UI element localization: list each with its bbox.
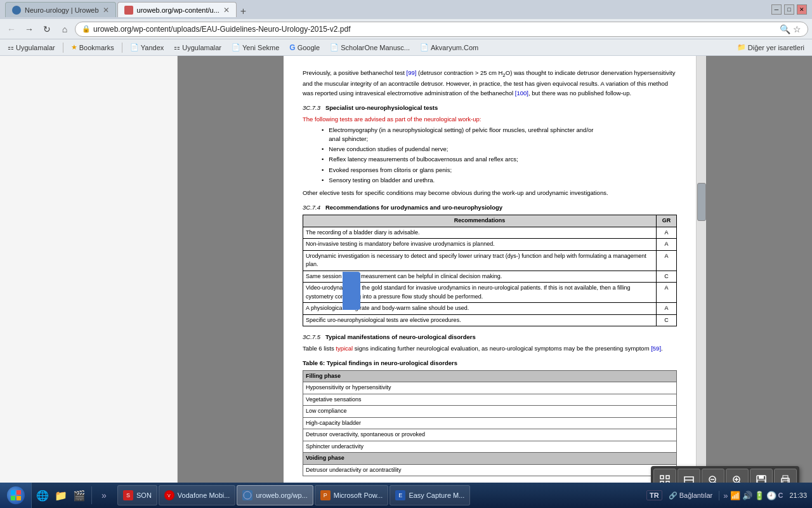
scrollbar-thumb[interactable]: [697, 183, 706, 221]
table6-cell-6: Sphincter underactivity: [303, 441, 677, 453]
new-tab-button[interactable]: +: [238, 6, 249, 17]
svg-rect-0: [660, 476, 664, 479]
svg-rect-23: [16, 496, 21, 500]
vodafone-icon: V: [164, 490, 174, 500]
home-button[interactable]: ⌂: [57, 22, 72, 37]
address-text: uroweb.org/wp-content/uploads/EAU-Guidel…: [93, 25, 777, 34]
tray-speaker-icon[interactable]: 🔊: [742, 491, 752, 500]
taskbar-media-icon[interactable]: 🎬: [71, 487, 88, 504]
table6-cell-5: Detrusor overactivity, spontaneous or pr…: [303, 429, 677, 441]
taskbar-ie-icon[interactable]: 🌐: [34, 487, 51, 504]
app-label-easycapture: Easy Capture M...: [409, 491, 464, 499]
tray-clock-icon[interactable]: 🕘: [766, 491, 776, 500]
bm-separator-2: [122, 43, 122, 53]
bookmark-akvaryum[interactable]: 📄 Akvaryum.Com: [416, 42, 482, 53]
col-header-gr: GR: [657, 215, 677, 227]
bookmark-more[interactable]: 📁 Diğer yer isaretleri: [733, 42, 808, 53]
folder-icon: 📁: [737, 43, 746, 51]
bookmark-scholarone[interactable]: 📄 ScholarOne Manusc...: [326, 42, 414, 53]
svg-rect-20: [11, 490, 15, 495]
bookmark-label-6: Google: [298, 44, 320, 51]
table6-row-1: Hyposensitivity or hypersensitivity: [303, 382, 677, 394]
taskbar-separator: [91, 486, 92, 504]
table6-section-voiding: Voiding phase: [303, 453, 677, 465]
ie-icon: 🌐: [36, 490, 49, 502]
taskbar-folder-icon[interactable]: 📁: [53, 487, 69, 504]
start-button[interactable]: [0, 483, 32, 508]
search-icon[interactable]: 🔍: [780, 24, 790, 34]
svg-rect-14: [759, 476, 764, 479]
table6-cell-2: Vegetative sensations: [303, 394, 677, 406]
apps-icon-2: ⚏: [174, 43, 180, 51]
powerpoint-icon: P: [320, 490, 331, 500]
section-3c75-para: Table 6 lists typical signs indicating f…: [303, 344, 677, 354]
son-icon: S: [123, 490, 133, 500]
scrollbar[interactable]: [696, 56, 706, 507]
taskbar-app-son[interactable]: S SON: [117, 485, 157, 505]
bookmark-uygulamalar-1[interactable]: ⚏ Uygulamalar: [4, 42, 59, 53]
bullet-text-5: Sensory testing on bladder and urethra.: [329, 176, 435, 185]
tab-neuro-urology[interactable]: Neuro-urology | Uroweb ✕: [5, 2, 116, 17]
start-icon: [7, 486, 25, 504]
minimize-button[interactable]: ─: [771, 4, 782, 15]
bookmark-label-2: Bookmarks: [79, 44, 114, 51]
table6-title: Table 6: Typical findings in neuro-urolo…: [303, 359, 677, 368]
svg-rect-22: [11, 496, 15, 500]
taskbar-time[interactable]: 21:33: [789, 491, 807, 500]
taskbar-app-powerpoint[interactable]: P Microsoft Pow...: [315, 485, 389, 505]
maximize-button[interactable]: □: [784, 4, 794, 15]
tab-close-2[interactable]: ✕: [223, 6, 230, 15]
bookmark-yandex[interactable]: 📄 Yandex: [126, 42, 168, 53]
bookmark-bookmarks[interactable]: ★ Bookmarks: [67, 42, 118, 53]
pdf-area[interactable]: Previously, a positive bethanechol test …: [178, 56, 812, 507]
connections-text: Bağlantılar: [679, 491, 713, 499]
bookmark-uygulamalar-2[interactable]: ⚏ Uygulamalar: [170, 42, 225, 53]
bullet-item-5: • Sensory testing on bladder and urethra…: [322, 176, 677, 185]
section-3c73-header: 3C.7.3 Specialist uro-neurophysiological…: [303, 104, 677, 112]
windows-logo-icon: [10, 490, 22, 501]
scholar-icon: 📄: [330, 43, 339, 51]
address-bar[interactable]: 🔒 uroweb.org/wp-content/uploads/EAU-Guid…: [75, 22, 808, 37]
yandex-icon: 📄: [130, 43, 139, 51]
tray-c-icon[interactable]: C: [778, 491, 783, 499]
language-indicator[interactable]: TR: [646, 490, 662, 500]
bookmark-label-9: Diğer yer isaretleri: [748, 44, 804, 51]
col-header-recommendations: Recommendations: [303, 215, 657, 227]
tab-pdf[interactable]: uroweb.org/wp-content/u... ✕: [117, 2, 237, 17]
taskbar-app-vodafone[interactable]: V Vodafone Mobi...: [159, 485, 236, 505]
tab-close-1[interactable]: ✕: [103, 6, 109, 15]
taskbar-extra-icon-1[interactable]: »: [96, 487, 112, 504]
bookmark-star-icon[interactable]: ☆: [793, 24, 801, 34]
bookmark-label-4: Uygulamalar: [182, 44, 221, 51]
back-button[interactable]: ←: [4, 22, 19, 37]
table6-row-3: Low compliance: [303, 406, 677, 418]
table6-row-5: Detrusor overactivity, spontaneous or pr…: [303, 429, 677, 441]
connections-icon: 🔗: [669, 491, 678, 500]
connections-label[interactable]: 🔗 Bağlantılar: [665, 490, 717, 501]
tab-favicon-2: [124, 6, 133, 15]
close-button[interactable]: ✕: [797, 4, 807, 15]
blue-sidebar-tab[interactable]: [343, 272, 360, 310]
reload-button[interactable]: ↻: [39, 22, 55, 37]
taskbar-app-uroweb[interactable]: uroweb.org/wp...: [237, 485, 313, 505]
bullet-text-2: Nerve conduction studies of pudendal ner…: [329, 145, 448, 154]
system-tray: » 📶 🔊 🔋 🕘 C: [719, 491, 787, 500]
gr-cell-6: A: [657, 303, 677, 315]
gr-cell-2: A: [657, 239, 677, 251]
browser-content: Previously, a positive bethanechol test …: [0, 56, 812, 507]
bookmark-google[interactable]: G Google: [285, 42, 324, 53]
vodafone-logo: V: [166, 491, 173, 499]
easycapture-icon: E: [395, 490, 405, 500]
tray-battery-icon[interactable]: 🔋: [754, 491, 764, 500]
rec-cell-1: The recording of a bladder diary is advi…: [303, 227, 657, 239]
taskbar-quick-launch: 🌐 📁 🎬 »: [32, 483, 115, 508]
table-header-row: Recommendations GR: [303, 215, 677, 227]
tray-network-icon[interactable]: 📶: [730, 491, 740, 500]
taskbar-app-easycapture[interactable]: E Easy Capture M...: [390, 485, 470, 505]
intro-paragraph: Previously, a positive bethanechol test …: [303, 69, 677, 98]
media-icon: 🎬: [73, 490, 86, 502]
bookmark-star-icon-2: ★: [71, 43, 77, 51]
table6-voiding-header: Voiding phase: [303, 453, 677, 465]
bookmark-yeni-sekme[interactable]: 📄 Yeni Sekme: [228, 42, 283, 53]
forward-button[interactable]: →: [22, 22, 37, 37]
